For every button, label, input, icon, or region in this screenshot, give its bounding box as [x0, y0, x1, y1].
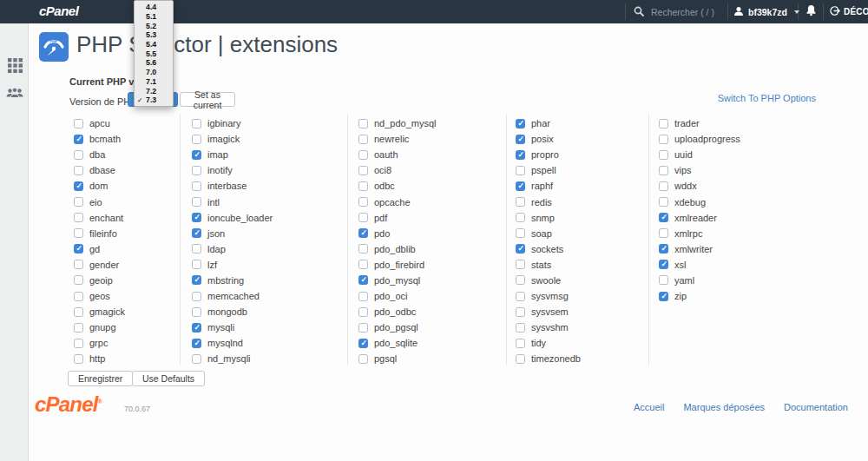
extension-row[interactable]: interbase	[192, 178, 273, 194]
extension-row[interactable]: vips	[659, 162, 740, 178]
extension-checkbox[interactable]	[516, 307, 525, 317]
extension-row[interactable]: dba	[74, 147, 125, 162]
extension-checkbox[interactable]	[358, 228, 368, 238]
search-input[interactable]: Rechercher ( / )	[634, 0, 714, 23]
extension-checkbox[interactable]	[192, 119, 201, 128]
extension-row[interactable]: xmlrpc	[659, 226, 740, 241]
extension-row[interactable]: yaml	[659, 273, 740, 288]
extension-checkbox[interactable]	[516, 213, 525, 222]
extension-checkbox[interactable]	[192, 275, 201, 285]
extension-row[interactable]: pspell	[516, 162, 581, 178]
extension-row[interactable]: http	[74, 351, 125, 366]
php-version-option[interactable]: 5.5	[135, 49, 173, 58]
extension-row[interactable]: wddx	[659, 178, 740, 194]
extension-row[interactable]: pdo_sqlite	[358, 335, 437, 351]
extension-row[interactable]: uuid	[659, 147, 740, 162]
extension-row[interactable]: oauth	[358, 147, 437, 162]
extension-checkbox[interactable]	[516, 150, 525, 160]
extension-row[interactable]: pdo_odbc	[358, 304, 437, 319]
php-version-option[interactable]: ✓ 7.3	[135, 95, 173, 105]
extension-row[interactable]: mysqlnd	[192, 335, 273, 351]
extension-checkbox[interactable]	[192, 244, 201, 254]
extension-row[interactable]: pdo_pgsql	[358, 319, 437, 335]
use-defaults-button[interactable]: Use Defaults	[132, 371, 205, 386]
extension-checkbox[interactable]	[659, 166, 668, 175]
extension-row[interactable]: opcache	[358, 194, 437, 209]
extension-checkbox[interactable]	[659, 244, 668, 254]
extension-row[interactable]: fileinfo	[74, 226, 125, 241]
extension-checkbox[interactable]	[192, 292, 201, 301]
extension-checkbox[interactable]	[74, 166, 83, 175]
extension-row[interactable]: odbc	[358, 178, 437, 194]
extension-checkbox[interactable]	[74, 275, 83, 285]
extension-checkbox[interactable]	[192, 197, 201, 207]
save-button[interactable]: Enregistrer	[68, 371, 133, 386]
switch-to-php-options-link[interactable]: Switch To PHP Options	[718, 93, 816, 103]
extension-row[interactable]: dbase	[74, 162, 125, 178]
extension-checkbox[interactable]	[74, 244, 83, 254]
extension-checkbox[interactable]	[516, 323, 525, 333]
extension-checkbox[interactable]	[74, 181, 83, 191]
php-version-option[interactable]: 7.1	[135, 77, 173, 87]
extension-checkbox[interactable]	[192, 228, 201, 238]
extension-row[interactable]: xsl	[659, 257, 740, 273]
extension-checkbox[interactable]	[358, 323, 368, 333]
extension-row[interactable]: trader	[659, 115, 740, 131]
extension-checkbox[interactable]	[659, 292, 668, 301]
extension-checkbox[interactable]	[74, 292, 83, 301]
extension-checkbox[interactable]	[659, 135, 668, 144]
extension-checkbox[interactable]	[659, 228, 668, 238]
extension-checkbox[interactable]	[516, 260, 525, 269]
extension-row[interactable]: gmagick	[74, 304, 125, 319]
extension-checkbox[interactable]	[358, 197, 368, 207]
php-version-option[interactable]: 5.2	[135, 21, 173, 30]
extension-checkbox[interactable]	[659, 181, 668, 191]
extension-row[interactable]: sysvshm	[516, 319, 581, 335]
extension-row[interactable]: bcmath	[74, 131, 125, 147]
php-version-option[interactable]: 5.3	[135, 30, 173, 40]
set-as-current-button[interactable]: Set as current	[180, 92, 235, 107]
extension-row[interactable]: json	[192, 226, 273, 241]
extension-checkbox[interactable]	[516, 119, 525, 128]
extension-row[interactable]: snmp	[516, 210, 581, 226]
extension-checkbox[interactable]	[192, 213, 201, 222]
extension-checkbox[interactable]	[192, 166, 201, 175]
extension-row[interactable]: pdo_mysql	[358, 273, 437, 288]
extension-checkbox[interactable]	[192, 307, 201, 317]
user-menu[interactable]: bf39k7zd	[733, 0, 799, 23]
extension-row[interactable]: dom	[74, 178, 125, 194]
extension-row[interactable]: timezonedb	[516, 351, 581, 366]
extension-row[interactable]: geoip	[74, 273, 125, 288]
extension-row[interactable]: swoole	[516, 273, 581, 288]
extension-row[interactable]: uploadprogress	[659, 131, 740, 147]
extension-checkbox[interactable]	[358, 181, 368, 191]
extension-checkbox[interactable]	[192, 150, 201, 160]
extension-row[interactable]: igbinary	[192, 115, 273, 131]
extension-row[interactable]: phar	[516, 115, 581, 131]
footer-link[interactable]: Marques déposées	[683, 402, 765, 412]
extension-row[interactable]: gender	[74, 257, 125, 273]
extension-row[interactable]: pdo_oci	[358, 288, 437, 304]
sidebar-item-users[interactable]	[6, 84, 23, 102]
php-version-option[interactable]: 4.4	[135, 3, 173, 12]
extension-row[interactable]: inotify	[192, 162, 273, 178]
extension-row[interactable]: pdf	[358, 210, 437, 226]
extension-checkbox[interactable]	[516, 166, 525, 175]
extension-row[interactable]: apcu	[74, 115, 125, 131]
footer-link[interactable]: Documentation	[784, 402, 848, 412]
sidebar-item-apps[interactable]	[6, 56, 23, 74]
extension-checkbox[interactable]	[516, 197, 525, 207]
extension-checkbox[interactable]	[516, 228, 525, 238]
extension-row[interactable]: mysqli	[192, 319, 273, 335]
extension-checkbox[interactable]	[74, 323, 83, 333]
extension-checkbox[interactable]	[659, 197, 668, 207]
extension-row[interactable]: mbstring	[192, 273, 273, 288]
extension-row[interactable]: ldap	[192, 241, 273, 257]
extension-row[interactable]: stats	[516, 257, 581, 273]
extension-row[interactable]: enchant	[74, 210, 125, 226]
extension-row[interactable]: mongodb	[192, 304, 273, 319]
extension-checkbox[interactable]	[74, 339, 83, 348]
extension-row[interactable]: lzf	[192, 257, 273, 273]
extension-checkbox[interactable]	[358, 275, 368, 285]
extension-checkbox[interactable]	[358, 307, 368, 317]
